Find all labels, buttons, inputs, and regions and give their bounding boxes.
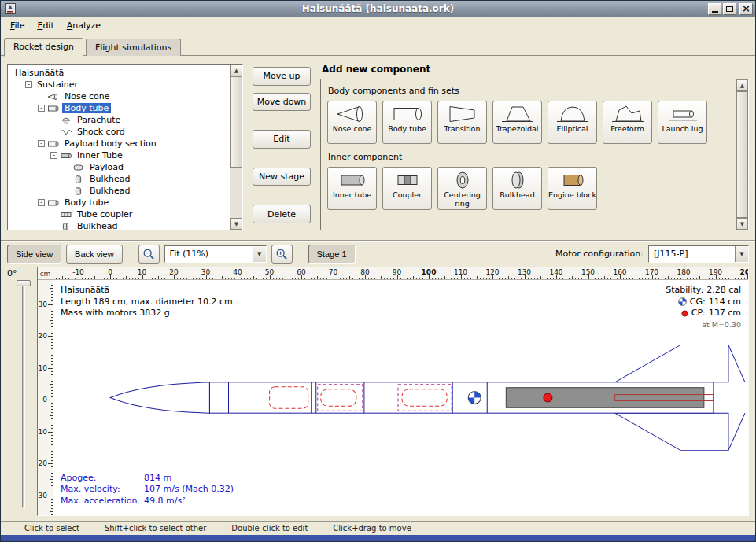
rocket-canvas[interactable]: Haisunäätä Length 189 cm, max. diameter … (53, 280, 748, 515)
ruler-tick (51, 514, 53, 515)
stage-1-toggle[interactable]: Stage 1 (308, 245, 356, 264)
chevron-down-icon[interactable] (253, 246, 266, 262)
motor-shape[interactable] (506, 388, 704, 408)
tree-item-bulkhead[interactable]: Bulkhead (10, 220, 228, 230)
add-nose-cone-button[interactable]: Nose cone (327, 101, 377, 144)
add-coupler-button[interactable]: Coupler (382, 167, 432, 210)
ruler-label: 150 (581, 268, 595, 276)
close-button[interactable] (739, 3, 753, 15)
ruler-tick (477, 276, 478, 279)
tree-item-tube-coupler[interactable]: Tube coupler (10, 208, 228, 220)
scroll-up-icon[interactable] (230, 65, 242, 76)
move-up-button[interactable]: Move up (253, 67, 311, 86)
ruler-tick (101, 278, 101, 280)
fin-upper[interactable] (615, 345, 728, 382)
tree-item-bulkhead[interactable]: Bulkhead (10, 173, 228, 185)
tab-flight-simulations[interactable]: Flight simulations (86, 39, 181, 56)
tree-item-bulkhead[interactable]: Bulkhead (10, 185, 228, 197)
tree-scrollbar[interactable] (230, 65, 242, 230)
scrollbar-thumb[interactable] (736, 91, 748, 218)
ruler-tick (222, 276, 223, 279)
add-engine-block-button[interactable]: Engine block (548, 167, 597, 210)
ruler-tick (337, 278, 337, 280)
ruler-tick (51, 323, 53, 324)
rocket-figure-panel: cm -100102030405060708090100110120130140… (37, 267, 749, 516)
scroll-down-icon[interactable] (736, 218, 748, 230)
tree-item-payload[interactable]: Payload (10, 161, 228, 173)
tree-item-body-tube[interactable]: Body tube (10, 197, 228, 208)
window-icon[interactable] (5, 3, 16, 14)
zoom-out-button[interactable] (138, 245, 160, 264)
tree-item-inner-tube[interactable]: Inner Tube (10, 149, 228, 161)
tree-item-parachute[interactable]: Parachute (10, 114, 228, 126)
ruler-tick (212, 278, 213, 280)
component-button-label: Launch lug (662, 125, 703, 134)
add-trapezoidal-button[interactable]: Trapezoidal (492, 101, 542, 144)
tree-item-nose-cone[interactable]: Nose cone (10, 90, 228, 102)
ruler-tick (113, 278, 114, 280)
ruler-tick (116, 278, 117, 280)
ruler-tick (374, 278, 375, 280)
status-hint-double-click-to-edit: Double-click to edit (231, 524, 308, 533)
ruler-label: 70 (329, 268, 337, 276)
add-body-tube-button[interactable]: Body tube (382, 101, 432, 144)
tree-item-payload-body-section[interactable]: Payload body section (10, 138, 228, 149)
maximize-button[interactable] (723, 3, 736, 15)
ruler-tick (75, 278, 76, 280)
vertical-ruler: -30-20-100102030 (38, 280, 53, 515)
ruler-tick (123, 278, 124, 280)
menu-analyze[interactable]: Analyze (61, 18, 107, 33)
tree-item-sustainer[interactable]: Sustainer (10, 79, 228, 90)
tree-expander[interactable] (38, 105, 45, 112)
fin-lower[interactable] (615, 413, 728, 450)
add-inner-tube-button[interactable]: Inner tube (327, 167, 377, 210)
menu-file[interactable]: File (4, 18, 31, 33)
move-down-button[interactable]: Move down (253, 93, 311, 112)
freeform-icon (610, 104, 645, 124)
rotation-value: 0° (7, 268, 17, 278)
tree-expander[interactable] (38, 140, 45, 147)
edit-button[interactable]: Edit (253, 130, 311, 149)
side-view-button[interactable]: Side view (7, 245, 61, 264)
scrollbar-thumb[interactable] (230, 76, 242, 168)
ruler-tick (51, 348, 53, 349)
cg-value: 114 cm (709, 297, 741, 308)
add-centering-ring-button[interactable]: Centering ring (437, 167, 487, 210)
add-elliptical-button[interactable]: Elliptical (548, 101, 597, 144)
coupler-icon (390, 170, 425, 190)
menu-edit[interactable]: Edit (31, 18, 60, 33)
ruler-label: 130 (518, 268, 531, 276)
rotation-slider-track[interactable] (22, 282, 25, 508)
ruler-tick (177, 278, 178, 280)
rotation-slider-handle[interactable] (17, 280, 31, 286)
add-bulkhead-button[interactable]: Bulkhead (492, 167, 542, 210)
tree-item-body-tube[interactable]: Body tube (10, 102, 228, 114)
add-component-scrollbar[interactable] (736, 79, 748, 230)
back-view-button[interactable]: Back view (66, 245, 123, 264)
minimize-button[interactable] (708, 3, 721, 15)
scroll-down-icon[interactable] (230, 218, 242, 230)
nose-cone-shape[interactable] (110, 382, 209, 413)
tab-rocket-design[interactable]: Rocket design (4, 38, 83, 57)
forward-body-tube-shape[interactable] (209, 382, 452, 413)
new-stage-button[interactable]: New stage (253, 168, 311, 186)
zoom-select[interactable]: Fit (11%) (164, 245, 267, 263)
scroll-up-icon[interactable] (736, 79, 748, 91)
rocket-length: Length 189 cm, max. diameter 10.2 cm (61, 297, 233, 308)
chevron-down-icon[interactable] (735, 246, 748, 262)
add-freeform-button[interactable]: Freeform (603, 101, 652, 144)
tree-expander[interactable] (25, 81, 32, 88)
motor-configuration-select[interactable]: [J115-P] (648, 245, 749, 263)
inner-tube-icon (335, 170, 370, 190)
tree-item-haisunäätä[interactable]: Haisunäätä (10, 67, 228, 79)
tree-expander[interactable] (38, 199, 45, 206)
tree-expander[interactable] (50, 152, 57, 159)
delete-button[interactable]: Delete (253, 205, 311, 223)
ruler-tick (441, 278, 442, 280)
add-launch-lug-button[interactable]: Launch lug (658, 101, 707, 144)
add-transition-button[interactable]: Transition (437, 101, 487, 144)
zoom-in-button[interactable] (271, 245, 293, 264)
tree-item-shock-cord[interactable]: Shock cord (10, 126, 228, 138)
ruler-tick (48, 400, 53, 400)
ruler-tick (636, 276, 636, 279)
